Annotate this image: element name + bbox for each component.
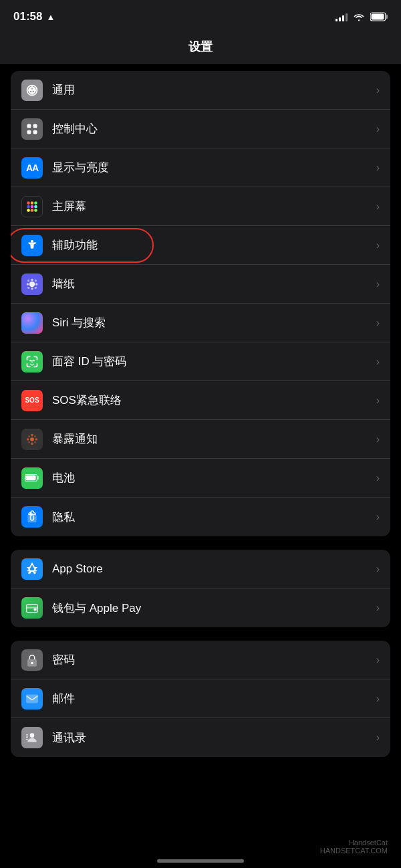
svg-rect-11	[27, 130, 31, 134]
svg-rect-2	[372, 14, 384, 20]
svg-point-39	[35, 438, 38, 441]
mail-chevron: ›	[376, 693, 380, 705]
svg-point-24	[29, 281, 35, 286]
exposure-label: 暴露通知	[52, 431, 376, 447]
privacy-chevron: ›	[376, 511, 380, 523]
svg-point-31	[27, 286, 29, 288]
accessibility-label: 辅助功能	[52, 237, 376, 253]
svg-rect-46	[25, 475, 35, 481]
time-label: 01:58	[13, 10, 42, 23]
settings-item-battery[interactable]: 电池 ›	[11, 459, 390, 498]
location-icon: ▲	[46, 12, 55, 22]
accessibility-icon	[21, 235, 43, 256]
svg-point-26	[31, 288, 33, 290]
settings-item-privacy[interactable]: 隐私 ›	[11, 498, 390, 536]
siri-icon	[21, 312, 43, 334]
settings-item-siri[interactable]: Siri 与搜索 ›	[11, 304, 390, 342]
settings-item-wallpaper[interactable]: 墙纸 ›	[11, 265, 390, 304]
section-1: 通用 › 控制中心 › AA 显示与亮度 ›	[11, 71, 390, 536]
svg-point-17	[31, 205, 34, 208]
svg-point-25	[31, 278, 33, 280]
settings-item-exposure[interactable]: 暴露通知 ›	[11, 420, 390, 459]
face-id-label: 面容 ID 与密码	[52, 354, 376, 369]
home-screen-label: 主屏幕	[52, 199, 376, 214]
svg-point-4	[31, 89, 33, 91]
settings-item-app-store[interactable]: App Store ›	[11, 550, 390, 588]
settings-item-password[interactable]: 密码 ›	[11, 641, 390, 679]
wallet-icon	[21, 597, 43, 619]
svg-rect-55	[27, 695, 38, 703]
page-title: 设置	[0, 33, 401, 64]
battery-chevron: ›	[376, 472, 380, 484]
wallpaper-icon	[21, 274, 43, 295]
display-label: 显示与亮度	[52, 160, 376, 175]
settings-item-display[interactable]: AA 显示与亮度 ›	[11, 148, 390, 187]
svg-point-36	[31, 433, 33, 436]
wallet-label: 钱包与 Apple Pay	[52, 601, 376, 616]
settings-item-face-id[interactable]: 面容 ID 与密码 ›	[11, 342, 390, 381]
password-chevron: ›	[376, 654, 380, 666]
svg-point-54	[31, 661, 33, 664]
section-3: 密码 › 邮件 ›	[11, 641, 390, 757]
control-center-icon	[21, 118, 43, 140]
app-store-icon	[21, 558, 43, 580]
exposure-icon	[21, 429, 43, 450]
settings-item-sos[interactable]: SOS SOS紧急联络 ›	[11, 381, 390, 420]
svg-point-41	[34, 435, 36, 437]
wifi-icon	[353, 12, 365, 21]
svg-rect-52	[34, 609, 37, 611]
svg-point-35	[30, 437, 34, 441]
general-label: 通用	[52, 82, 376, 98]
accessibility-chevron: ›	[376, 239, 380, 251]
password-icon	[21, 649, 43, 671]
svg-rect-45	[37, 476, 39, 479]
home-screen-icon	[21, 196, 43, 217]
svg-point-40	[28, 435, 30, 437]
settings-item-control-center[interactable]: 控制中心 ›	[11, 110, 390, 148]
home-screen-chevron: ›	[376, 201, 380, 213]
svg-point-20	[31, 209, 34, 212]
face-id-chevron: ›	[376, 356, 380, 368]
wallpaper-label: 墙纸	[52, 276, 376, 292]
svg-point-21	[34, 209, 37, 212]
svg-point-38	[27, 438, 29, 441]
sos-icon: SOS	[21, 390, 43, 411]
settings-item-wallet[interactable]: 钱包与 Apple Pay ›	[11, 588, 390, 627]
svg-rect-1	[386, 15, 388, 19]
settings-item-general[interactable]: 通用 ›	[11, 71, 390, 110]
sos-chevron: ›	[376, 395, 380, 407]
svg-point-13	[27, 201, 30, 205]
signal-icon	[336, 12, 348, 21]
mail-label: 邮件	[52, 691, 376, 706]
password-label: 密码	[52, 652, 376, 667]
svg-rect-12	[33, 130, 37, 134]
svg-point-27	[27, 283, 29, 285]
exposure-chevron: ›	[376, 433, 380, 445]
svg-rect-10	[33, 124, 37, 128]
control-center-chevron: ›	[376, 123, 380, 135]
svg-point-28	[35, 283, 37, 285]
settings-content: 通用 › 控制中心 › AA 显示与亮度 ›	[0, 64, 401, 757]
svg-rect-47	[27, 515, 36, 523]
settings-item-contacts[interactable]: 通讯录 ›	[11, 718, 390, 757]
contacts-icon	[21, 727, 43, 748]
control-center-label: 控制中心	[52, 121, 376, 136]
svg-point-15	[34, 201, 37, 205]
svg-point-33	[29, 360, 31, 362]
svg-point-34	[33, 360, 35, 362]
app-store-label: App Store	[52, 562, 376, 576]
settings-item-home-screen[interactable]: 主屏幕 ›	[11, 187, 390, 226]
siri-chevron: ›	[376, 317, 380, 329]
svg-rect-9	[27, 124, 31, 128]
battery-setting-icon	[21, 467, 43, 489]
svg-point-29	[27, 280, 29, 282]
svg-rect-51	[27, 607, 38, 609]
svg-point-14	[31, 201, 34, 205]
privacy-label: 隐私	[52, 510, 376, 525]
wallet-chevron: ›	[376, 602, 380, 614]
contacts-chevron: ›	[376, 732, 380, 744]
settings-item-accessibility[interactable]: 辅助功能 ›	[11, 226, 390, 265]
settings-item-mail[interactable]: 邮件 ›	[11, 679, 390, 718]
svg-point-43	[34, 441, 36, 443]
general-icon	[21, 80, 43, 101]
